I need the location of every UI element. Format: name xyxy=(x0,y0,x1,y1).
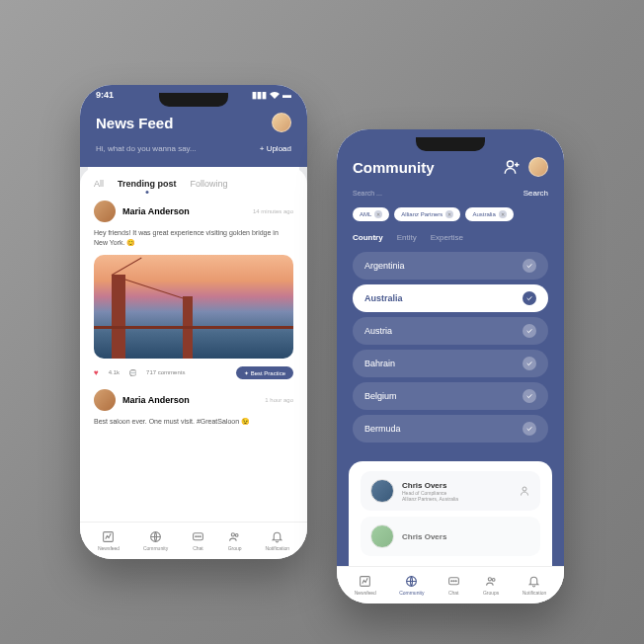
person-org: Allianz Partners, Australia xyxy=(402,496,511,502)
country-item-austria[interactable]: Austria xyxy=(353,317,548,345)
nav-newsfeed[interactable]: Newsfeed xyxy=(355,575,376,596)
country-item-argentinia[interactable]: Argentinia xyxy=(353,252,548,280)
status-icons: ▮▮▮ ▬ xyxy=(252,90,291,100)
notch xyxy=(159,93,228,107)
tab-country[interactable]: Country xyxy=(353,233,383,242)
country-item-bermuda[interactable]: Bermuda xyxy=(353,415,548,443)
nav-group[interactable]: Group xyxy=(228,530,242,551)
svg-point-7 xyxy=(235,534,238,537)
post-author-name[interactable]: Maria Anderson xyxy=(122,395,258,405)
tab-trending[interactable]: Trending post xyxy=(118,179,177,189)
search-button[interactable]: Search xyxy=(523,189,548,198)
tab-expertise[interactable]: Expertise xyxy=(431,233,463,242)
country-item-australia[interactable]: Australia xyxy=(353,284,548,312)
search-input[interactable]: Search ... xyxy=(353,190,382,197)
check-icon xyxy=(523,357,536,370)
post-timestamp: 1 hour ago xyxy=(265,397,293,403)
close-icon[interactable]: ✕ xyxy=(374,210,382,218)
chip-aml[interactable]: AML✕ xyxy=(353,207,389,221)
signal-icon: ▮▮▮ xyxy=(252,90,267,100)
check-icon xyxy=(523,389,536,403)
chat-icon xyxy=(192,530,204,543)
group-icon xyxy=(485,575,498,588)
nav-community[interactable]: Community xyxy=(399,575,424,596)
group-icon xyxy=(228,530,241,543)
svg-point-4 xyxy=(198,536,199,537)
phone-left: 9:41 ▮▮▮ ▬ News Feed Hi, what do you wan… xyxy=(80,85,307,559)
svg-point-3 xyxy=(196,536,197,537)
battery-icon: ▬ xyxy=(282,90,291,100)
post-actions: ♥ 4.1k 💬 717 comments ✦ Best Practice xyxy=(94,366,293,379)
tab-entity[interactable]: Entity xyxy=(397,233,417,242)
globe-icon xyxy=(405,575,418,588)
profile-icon[interactable] xyxy=(519,485,530,497)
bottom-nav: Newsfeed Community Chat Group Notificati… xyxy=(80,522,307,559)
newsfeed-icon xyxy=(102,530,115,543)
svg-point-15 xyxy=(455,581,456,582)
filter-tabs: Country Entity Expertise xyxy=(353,233,548,242)
newsfeed-icon xyxy=(359,575,371,588)
tab-all[interactable]: All xyxy=(94,179,104,189)
person-name: Chris Overs xyxy=(402,481,511,490)
chip-australia[interactable]: Australia✕ xyxy=(465,207,513,221)
post-text: Best saloon ever. One must visit. #Great… xyxy=(94,417,293,427)
profile-avatar[interactable] xyxy=(528,157,548,177)
close-icon[interactable]: ✕ xyxy=(499,210,507,218)
nav-chat[interactable]: Chat xyxy=(447,575,460,596)
best-practice-badge[interactable]: ✦ Best Practice xyxy=(236,366,293,379)
country-item-bahrain[interactable]: Bahrain xyxy=(353,350,548,377)
nav-notification[interactable]: Notification xyxy=(523,575,547,596)
bell-icon xyxy=(271,530,283,543)
close-icon[interactable]: ✕ xyxy=(445,210,453,218)
person-card[interactable]: Chris Overs xyxy=(361,517,540,556)
star-icon: ✦ xyxy=(244,370,251,376)
notch xyxy=(416,137,485,151)
nav-chat[interactable]: Chat xyxy=(192,530,204,551)
post-card: Maria Anderson 14 minutes ago Hey friend… xyxy=(94,201,293,379)
comment-icon[interactable]: 💬 xyxy=(129,369,136,376)
nav-community[interactable]: Community xyxy=(143,530,168,551)
compose-input[interactable]: Hi, what do you wanna say... xyxy=(96,144,197,153)
nav-newsfeed[interactable]: Newsfeed xyxy=(98,530,120,551)
post-author-name[interactable]: Maria Anderson xyxy=(122,206,246,216)
nav-notification[interactable]: Notification xyxy=(265,530,289,551)
post-image[interactable] xyxy=(94,255,293,359)
svg-point-8 xyxy=(508,161,514,167)
result-list: Chris Overs Head of Compliance Allianz P… xyxy=(349,461,552,566)
check-icon xyxy=(523,422,536,436)
svg-point-9 xyxy=(523,487,526,491)
post-card: Maria Anderson 1 hour ago Best saloon ev… xyxy=(94,389,293,427)
svg-point-6 xyxy=(231,533,234,536)
page-title: News Feed xyxy=(96,115,173,131)
svg-point-17 xyxy=(492,579,495,582)
upload-button[interactable]: + Upload xyxy=(260,144,291,153)
tab-following[interactable]: Following xyxy=(191,179,228,189)
feed-tabs: All Trending post Following xyxy=(94,179,293,189)
person-avatar xyxy=(370,479,394,503)
country-item-belgium[interactable]: Belgium xyxy=(353,382,548,410)
header: News Feed Hi, what do you wanna say... +… xyxy=(80,105,307,167)
check-icon xyxy=(523,291,536,305)
svg-point-5 xyxy=(200,536,201,537)
like-count: 4.1k xyxy=(109,369,120,375)
phone-right: Community Search ... Search AML✕ Allianz… xyxy=(337,129,564,604)
chip-allianz[interactable]: Allianz Partners✕ xyxy=(394,207,460,221)
post-text: Hey friends! It was great experience vis… xyxy=(94,228,293,248)
feed-container: All Trending post Following Maria Anders… xyxy=(80,167,307,522)
person-avatar xyxy=(370,524,394,548)
svg-point-13 xyxy=(450,581,451,582)
country-list[interactable]: Argentinia Australia Austria Bahrain Bel… xyxy=(353,252,548,461)
nav-groups[interactable]: Groups xyxy=(483,575,499,596)
bell-icon xyxy=(527,575,540,588)
post-author-avatar[interactable] xyxy=(94,201,116,222)
wifi-icon xyxy=(270,91,280,99)
person-card[interactable]: Chris Overs Head of Compliance Allianz P… xyxy=(361,471,540,511)
like-icon[interactable]: ♥ xyxy=(94,368,99,377)
post-author-avatar[interactable] xyxy=(94,389,116,411)
person-name: Chris Overs xyxy=(402,532,530,541)
add-user-icon[interactable] xyxy=(503,158,521,176)
post-timestamp: 14 minutes ago xyxy=(253,208,293,214)
comment-count[interactable]: 717 comments xyxy=(146,369,185,375)
profile-avatar[interactable] xyxy=(272,113,291,132)
status-time: 9:41 xyxy=(96,90,114,100)
